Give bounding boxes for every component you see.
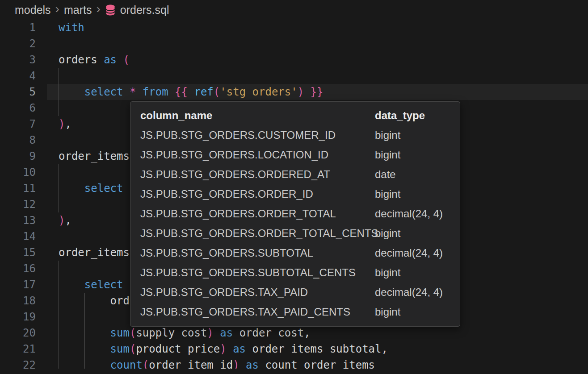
code-token: ) [220,343,226,355]
indent-guide [84,341,85,357]
indent-guide [84,325,85,341]
line-number[interactable]: 22 [0,357,36,369]
code-token [123,86,130,98]
tooltip-row: JS.PUB.STG_ORDERS.TAX_PAIDdecimal(24, 4) [130,283,460,302]
line-number[interactable]: 18 [0,293,36,309]
code-token: count_order_items [265,359,375,369]
breadcrumb: models › marts › orders.sql [0,0,588,20]
code-text[interactable]: count(order_item_id) as count_order_item… [47,357,588,369]
code-token: select [84,278,123,291]
code-token [239,359,246,369]
tooltip-column-name: JS.PUB.STG_ORDERS.ORDER_TOTAL_CENTS [140,224,375,243]
code-token [227,343,233,355]
line-number[interactable]: 8 [0,132,36,148]
code-token: order_items [59,150,130,162]
line-number[interactable]: 11 [0,180,36,196]
code-token: ord [110,295,130,307]
tooltip-data-type: decimal(24, 4) [375,283,450,302]
indent-guide [59,100,59,116]
breadcrumb-item-marts[interactable]: marts [64,4,92,17]
code-token: ) [233,359,239,369]
tooltip-row: JS.PUB.STG_ORDERS.ORDERED_ATdate [130,165,460,184]
editor-window: models › marts › orders.sql 1with23order… [0,0,588,374]
indent-guide [59,196,59,212]
tooltip-column-name: JS.PUB.STG_ORDERS.TAX_PAID [140,283,375,302]
code-token [246,343,252,355]
breadcrumb-item-models[interactable]: models [15,4,51,17]
tooltip-data-type: decimal(24, 4) [375,204,450,224]
code-token [117,54,123,66]
code-token: ) [298,86,304,98]
code-token: ( [214,86,220,98]
code-text[interactable]: orders as ( [47,52,588,68]
code-token: supply_cost [136,327,207,339]
code-text[interactable]: select * from {{ ref('stg_orders') }} [47,84,588,100]
line-number[interactable]: 9 [0,148,36,164]
line-number[interactable]: 6 [0,100,36,116]
tooltip-column-name: JS.PUB.STG_ORDERS.CUSTOMER_ID [140,125,375,145]
line-number[interactable]: 10 [0,164,36,180]
line-number[interactable]: 16 [0,261,36,277]
code-token: }} [311,86,323,98]
code-token: product_price [136,343,220,355]
code-text[interactable]: with [47,20,588,36]
code-text[interactable] [47,36,588,52]
line-number[interactable]: 2 [0,36,36,52]
code-token: , [65,214,71,227]
indent-guide [59,277,59,293]
tooltip-rows: JS.PUB.STG_ORDERS.CUSTOMER_IDbigintJS.PU… [130,125,460,322]
line-number[interactable]: 1 [0,20,36,36]
code-token: ( [130,327,136,339]
code-line[interactable]: 3orders as ( [0,52,588,68]
code-line[interactable]: 2 [0,36,588,52]
line-number[interactable]: 19 [0,309,36,325]
chevron-right-icon: › [55,3,59,15]
line-number[interactable]: 5 [0,84,36,100]
code-token [59,86,84,98]
code-token: select [84,182,123,195]
tooltip-column-name: JS.PUB.STG_ORDERS.ORDER_TOTAL [140,204,375,224]
code-line[interactable]: 22 count(order_item_id) as count_order_i… [0,357,588,369]
line-number[interactable]: 15 [0,245,36,261]
line-number[interactable]: 13 [0,212,36,229]
indent-guide [59,357,59,369]
code-token [233,327,239,339]
code-token: from [143,86,168,98]
code-line[interactable]: 1with [0,20,588,36]
code-line[interactable]: 4 [0,68,588,84]
indent-guide [59,341,59,357]
tooltip-row: JS.PUB.STG_ORDERS.ORDER_IDbigint [130,184,460,204]
line-number[interactable]: 21 [0,341,36,357]
code-token: with [59,21,84,34]
code-token: , [65,118,71,130]
indent-guide [59,180,59,196]
code-line[interactable]: 20 sum(supply_cost) as order_cost, [0,325,588,341]
line-number[interactable]: 20 [0,325,36,341]
tooltip-row: JS.PUB.STG_ORDERS.ORDER_TOTAL_CENTSbigin… [130,224,460,243]
tooltip-row: JS.PUB.STG_ORDERS.CUSTOMER_IDbigint [130,125,460,145]
chevron-right-icon: › [96,3,100,15]
code-line[interactable]: 5 select * from {{ ref('stg_orders') }} [0,84,588,100]
indent-guide [59,293,59,309]
line-number[interactable]: 4 [0,68,36,84]
tooltip-row: JS.PUB.STG_ORDERS.LOCATION_IDbigint [130,145,460,165]
code-token: select [84,86,123,98]
code-line[interactable]: 21 sum(product_price) as order_items_sub… [0,341,588,357]
line-number[interactable]: 7 [0,116,36,132]
tooltip-column-name: JS.PUB.STG_ORDERS.ORDER_ID [140,184,375,204]
database-icon [105,4,115,16]
indent-guide [84,357,85,369]
code-text[interactable] [47,68,588,84]
code-token: count [110,359,143,369]
line-number[interactable]: 14 [0,229,36,245]
code-text[interactable]: sum(product_price) as order_items_subtot… [47,341,588,357]
line-number[interactable]: 17 [0,277,36,293]
tooltip-header-row: column_name data_type [130,106,460,125]
line-number[interactable]: 12 [0,196,36,212]
code-token: * [130,86,136,98]
tooltip-data-type: bigint [375,224,450,243]
code-token: sum [110,343,130,355]
breadcrumb-file-orders-sql[interactable]: orders.sql [120,4,169,17]
code-text[interactable]: sum(supply_cost) as order_cost, [47,325,588,341]
line-number[interactable]: 3 [0,52,36,68]
